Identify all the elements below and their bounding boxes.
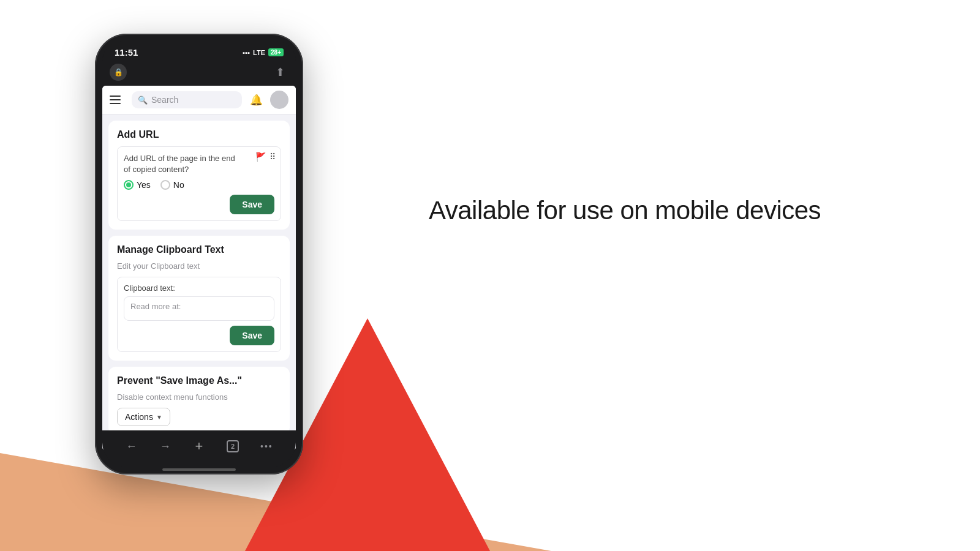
- prevent-save-title: Prevent "Save Image As...": [117, 375, 281, 386]
- status-time: 11:51: [115, 47, 138, 58]
- clipboard-label: Clipboard text:: [124, 283, 274, 293]
- forward-icon: →: [160, 440, 171, 453]
- clipboard-title: Manage Clipboard Text: [117, 244, 281, 255]
- app-content: Add URL Add URL of the page in the end o…: [102, 114, 296, 449]
- lock-icon: 🔒: [114, 68, 123, 77]
- network-type: LTE: [253, 49, 265, 56]
- share-button[interactable]: ⬆: [271, 64, 288, 81]
- actions-button[interactable]: Actions ▼: [117, 408, 170, 426]
- phone-screen: 🔍 Search 🔔 Add URL Add URL of the page i…: [102, 86, 296, 451]
- status-bar: 11:51 ▪▪▪ LTE 28+: [102, 41, 296, 61]
- status-icons: ▪▪▪ LTE 28+: [243, 48, 284, 56]
- add-url-save-button[interactable]: Save: [230, 195, 274, 214]
- actions-label: Actions: [125, 412, 153, 422]
- prevent-save-section: Prevent "Save Image As..." Disable conte…: [108, 367, 290, 435]
- flag-icon[interactable]: 🚩: [255, 152, 266, 162]
- clearfix-2: Save: [124, 321, 274, 345]
- back-icon: ←: [126, 440, 137, 453]
- clipboard-subtitle: Edit your Clipboard text: [117, 261, 281, 271]
- tagline: Available for use on mobile devices: [429, 196, 821, 225]
- back-button[interactable]: ←: [121, 435, 143, 457]
- add-url-section: Add URL Add URL of the page in the end o…: [108, 121, 290, 230]
- radio-no[interactable]: No: [160, 180, 184, 190]
- hamburger-line-3: [110, 103, 121, 104]
- prevent-save-subtitle: Disable context menu functions: [117, 392, 281, 402]
- more-button[interactable]: •••: [255, 435, 277, 457]
- radio-yes-dot: [126, 182, 131, 187]
- notification-button[interactable]: 🔔: [247, 91, 265, 109]
- avatar-button[interactable]: [270, 91, 288, 109]
- hamburger-line-1: [110, 96, 121, 97]
- radio-no-label: No: [173, 180, 184, 190]
- phone-frame: 11:51 ▪▪▪ LTE 28+ 🔒 ⬆: [95, 34, 303, 474]
- radio-group: Yes No: [124, 180, 274, 190]
- new-tab-button[interactable]: +: [188, 435, 210, 457]
- add-url-card: Add URL of the page in the end of copied…: [117, 146, 281, 221]
- share-icon: ⬆: [276, 66, 285, 79]
- radio-no-circle: [160, 180, 170, 190]
- plus-icon: +: [195, 438, 203, 454]
- manage-clipboard-section: Manage Clipboard Text Edit your Clipboar…: [108, 236, 290, 361]
- battery-badge: 28+: [268, 48, 284, 56]
- app-header: 🔍 Search 🔔: [102, 86, 296, 114]
- tabs-button[interactable]: 2: [222, 435, 244, 457]
- chevron-down-icon: ▼: [156, 414, 162, 421]
- radio-yes-label: Yes: [137, 180, 151, 190]
- search-icon: 🔍: [138, 96, 148, 105]
- radio-yes[interactable]: Yes: [124, 180, 151, 190]
- bell-icon: 🔔: [250, 94, 263, 107]
- radio-yes-circle: [124, 180, 134, 190]
- home-indicator: [162, 468, 236, 471]
- card-corner-icons: 🚩 ⠿: [255, 152, 276, 162]
- signal-icon: ▪▪▪: [243, 49, 250, 56]
- tabs-count-badge: 2: [227, 440, 239, 452]
- search-placeholder: Search: [151, 95, 178, 105]
- hamburger-button[interactable]: [110, 91, 127, 108]
- extension-icon[interactable]: 🔒: [110, 64, 127, 81]
- clearfix-1: Save: [124, 190, 274, 214]
- search-bar[interactable]: 🔍 Search: [132, 91, 242, 108]
- more-icon: •••: [260, 441, 273, 451]
- grid-icon[interactable]: ⠿: [270, 152, 276, 162]
- clipboard-save-button[interactable]: Save: [230, 326, 274, 345]
- phone-mockup: 11:51 ▪▪▪ LTE 28+ 🔒 ⬆: [95, 34, 303, 474]
- clipboard-card: Clipboard text: Read more at: Save: [117, 277, 281, 352]
- bottom-navigation: ← → + 2 •••: [102, 430, 296, 467]
- hamburger-line-2: [110, 99, 121, 100]
- browser-chrome: 🔒 ⬆: [102, 61, 296, 86]
- add-url-description: Add URL of the page in the end of copied…: [124, 153, 274, 175]
- add-url-title: Add URL: [117, 129, 281, 140]
- clipboard-input[interactable]: Read more at:: [124, 296, 274, 321]
- forward-button[interactable]: →: [154, 435, 176, 457]
